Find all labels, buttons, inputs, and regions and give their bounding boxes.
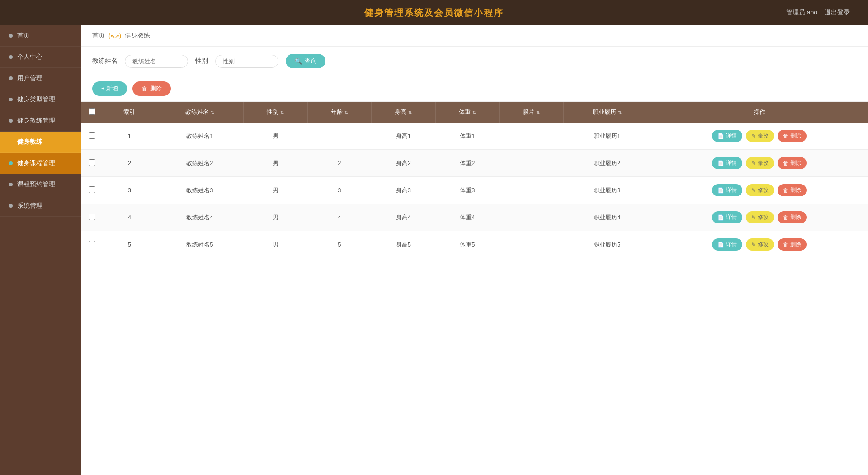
sidebar-dot-coach-manage (9, 119, 13, 123)
row-height: 身高1 (372, 123, 436, 150)
row-delete-icon: 🗑 (783, 160, 788, 166)
row-delete-button[interactable]: 🗑 删除 (778, 157, 807, 169)
sidebar-dot-fitness-type (9, 98, 13, 101)
edit-icon: ✎ (751, 160, 756, 166)
search-icon: 🔍 (295, 58, 302, 65)
row-checkbox-cell[interactable] (81, 177, 103, 204)
sort-weight-icon: ⇅ (472, 110, 476, 115)
gender-input[interactable] (215, 55, 278, 68)
row-weight: 体重1 (435, 123, 500, 150)
header-name[interactable]: 教练姓名⇅ (156, 102, 243, 123)
header-height[interactable]: 身高⇅ (372, 102, 436, 123)
table-row: 3 教练姓名3 男 3 身高3 体重3 职业履历3 📄 详情 ✎ 修改 🗑 删除 (81, 177, 868, 204)
edit-button[interactable]: ✎ 修改 (746, 238, 774, 251)
row-gender: 男 (243, 204, 307, 231)
row-delete-icon: 🗑 (783, 187, 788, 194)
header-weight[interactable]: 体重⇅ (435, 102, 500, 123)
row-checkbox-cell[interactable] (81, 150, 103, 177)
row-weight: 体重2 (435, 150, 500, 177)
row-checkbox[interactable] (89, 241, 95, 247)
row-delete-button[interactable]: 🗑 删除 (778, 184, 807, 196)
row-checkbox[interactable] (89, 186, 95, 193)
detail-button[interactable]: 📄 详情 (712, 157, 742, 169)
edit-button[interactable]: ✎ 修改 (746, 211, 774, 223)
detail-label: 详情 (726, 186, 737, 194)
row-age: 4 (307, 204, 372, 231)
row-resume: 职业履历2 (563, 150, 651, 177)
row-delete-icon: 🗑 (783, 214, 788, 221)
row-age (307, 123, 372, 150)
sidebar-item-coach-manage[interactable]: 健身教练管理 (0, 110, 81, 132)
row-age: 5 (307, 231, 372, 258)
sidebar-item-course-manage[interactable]: 健身课程管理 (0, 153, 81, 174)
row-index: 3 (103, 177, 156, 204)
sidebar-item-course-booking[interactable]: 课程预约管理 (0, 174, 81, 195)
table-row: 2 教练姓名2 男 2 身高2 体重2 职业履历2 📄 详情 ✎ 修改 🗑 删除 (81, 150, 868, 177)
detail-button[interactable]: 📄 详情 (712, 184, 742, 196)
content-area: 首页 (•ᴗ•) 健身教练 教练姓名 性别 🔍 查询 + 新增 🗑 删除 (81, 25, 868, 475)
coach-table: 索引 教练姓名⇅ 性别⇅ 年龄⇅ 身高⇅ 体重⇅ 服片⇅ 职业履历⇅ 操作 1 … (81, 102, 868, 258)
row-checkbox-cell[interactable] (81, 204, 103, 231)
edit-label: 修改 (758, 159, 769, 167)
row-weight: 体重5 (435, 231, 500, 258)
gender-label: 性别 (195, 57, 208, 65)
row-delete-button[interactable]: 🗑 删除 (778, 130, 807, 142)
edit-label: 修改 (758, 132, 769, 140)
add-button[interactable]: + 新增 (92, 81, 127, 96)
row-delete-label: 删除 (790, 159, 801, 167)
row-checkbox[interactable] (89, 214, 95, 220)
edit-button[interactable]: ✎ 修改 (746, 157, 774, 169)
header-age[interactable]: 年龄⇅ (307, 102, 372, 123)
add-btn-label: + 新增 (101, 85, 118, 93)
row-delete-button[interactable]: 🗑 删除 (778, 238, 807, 251)
sidebar-item-fitness-coach[interactable]: 健身教练 (0, 132, 81, 153)
detail-button[interactable]: 📄 详情 (712, 130, 742, 142)
detail-button[interactable]: 📄 详情 (712, 238, 742, 251)
sidebar-item-system-manage[interactable]: 系统管理 (0, 195, 81, 217)
row-photo (500, 177, 564, 204)
sidebar-label-fitness-type: 健身类型管理 (17, 95, 55, 104)
row-weight: 体重4 (435, 204, 500, 231)
bulk-delete-button[interactable]: 🗑 删除 (132, 81, 171, 96)
row-delete-label: 删除 (790, 241, 801, 248)
header-checkbox[interactable] (81, 102, 103, 123)
sidebar-label-fitness-coach: 健身教练 (17, 138, 42, 146)
header-resume[interactable]: 职业履历⇅ (563, 102, 651, 123)
row-delete-label: 删除 (790, 186, 801, 194)
sidebar: 首页 个人中心 用户管理 健身类型管理 健身教练管理 健身教练 健身课程管理 (0, 25, 81, 475)
row-checkbox-cell[interactable] (81, 231, 103, 258)
user-area: 管理员 abo 退出登录 (786, 9, 850, 17)
sidebar-item-user-manage[interactable]: 用户管理 (0, 68, 81, 89)
row-resume: 职业履历4 (563, 204, 651, 231)
row-resume: 职业履历1 (563, 123, 651, 150)
select-all-checkbox[interactable] (89, 108, 95, 115)
detail-label: 详情 (726, 132, 737, 140)
action-bar: + 新增 🗑 删除 (81, 76, 868, 102)
edit-icon: ✎ (751, 214, 756, 221)
breadcrumb-home[interactable]: 首页 (92, 32, 105, 40)
sidebar-item-fitness-type[interactable]: 健身类型管理 (0, 89, 81, 110)
action-btns: 📄 详情 ✎ 修改 🗑 删除 (658, 130, 861, 142)
row-checkbox-cell[interactable] (81, 123, 103, 150)
edit-button[interactable]: ✎ 修改 (746, 130, 774, 142)
row-delete-button[interactable]: 🗑 删除 (778, 211, 807, 223)
header-gender[interactable]: 性别⇅ (243, 102, 307, 123)
row-delete-icon: 🗑 (783, 242, 788, 248)
search-button[interactable]: 🔍 查询 (286, 54, 326, 68)
sidebar-item-home[interactable]: 首页 (0, 25, 81, 47)
edit-button[interactable]: ✎ 修改 (746, 184, 774, 196)
header-photo[interactable]: 服片⇅ (500, 102, 564, 123)
coach-name-input[interactable] (125, 55, 188, 68)
row-checkbox[interactable] (89, 159, 95, 166)
sidebar-item-profile[interactable]: 个人中心 (0, 47, 81, 68)
row-age: 2 (307, 150, 372, 177)
edit-icon: ✎ (751, 133, 756, 139)
row-age: 3 (307, 177, 372, 204)
row-checkbox[interactable] (89, 132, 95, 139)
sidebar-dot-system (9, 204, 13, 208)
logout-btn[interactable]: 退出登录 (825, 9, 850, 17)
sidebar-label-user-manage: 用户管理 (17, 74, 42, 82)
detail-button[interactable]: 📄 详情 (712, 211, 742, 223)
header-actions: 操作 (651, 102, 868, 123)
detail-icon: 📄 (717, 242, 724, 248)
